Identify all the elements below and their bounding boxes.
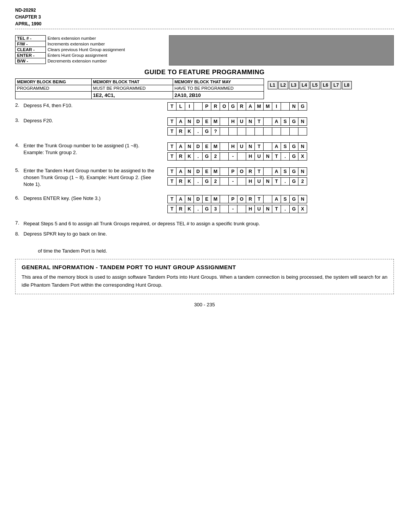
dc-g: G xyxy=(228,102,237,111)
desc-bw: Decrements extension number xyxy=(46,58,163,64)
s3r2-sp7 xyxy=(272,127,281,136)
step-3-row: 3. Depress F20. T A N D E M H U N T A S … xyxy=(15,117,394,136)
s3r1-n2: N xyxy=(298,117,307,126)
step-6-row2: T R K . G 3 - H U N T . G X xyxy=(167,205,394,213)
dc-sp2 xyxy=(281,102,290,111)
dc-n: N xyxy=(289,102,298,111)
s3r2-sp5 xyxy=(254,127,264,136)
step-5-row2: T R K . G 2 - H U N T . G 2 xyxy=(167,177,394,186)
step-5-num: 5. xyxy=(15,167,23,173)
s3r2-sp8 xyxy=(281,127,290,136)
key-bw: B/W - xyxy=(16,58,46,64)
step-4-display: T A N D E M H U N T A S G N T R K . G 2 … xyxy=(167,142,394,161)
s3r2-sp1 xyxy=(220,127,229,136)
s3r1-d: D xyxy=(194,117,203,126)
dc-i: I xyxy=(185,102,194,111)
step-2-num: 2. xyxy=(15,102,23,108)
s3r1-a2: A xyxy=(272,117,281,126)
step-6-num: 6. xyxy=(15,195,23,201)
s3r2-sp10 xyxy=(298,127,307,136)
step-3-row2: T R K . G ? xyxy=(167,127,394,136)
key-clear: CLEAR - xyxy=(16,47,46,53)
header-line1: ND-20292 xyxy=(15,7,394,14)
step-5-display: T A N D E M P O R T A S G N T R K . G 2 … xyxy=(167,167,394,186)
step-6-display: T A N D E M P O R T A S G N T R K . G 3 … xyxy=(167,195,394,213)
key-enter: ENTER - xyxy=(16,53,46,58)
s3r1-m: M xyxy=(211,117,220,126)
key-row-fw: F/W - Increments extension number xyxy=(16,41,163,47)
mem-col3-header: MEMORY BLOCK THAT MAY xyxy=(173,79,264,85)
general-info-text: This area of the memory block is used to… xyxy=(22,273,387,289)
s3r2-sp2 xyxy=(228,127,237,136)
mem-col2-r2: MUST BE PROGRAMMED xyxy=(91,85,173,92)
s3r1-s: S xyxy=(281,117,290,126)
step-5-row1: T A N D E M P O R T A S G N xyxy=(167,167,394,176)
s3r1-sp2 xyxy=(263,117,272,126)
step-4-text: Enter the Trunk Group number to be assig… xyxy=(23,142,160,156)
step-2-text: Depress F4, then F10. xyxy=(23,102,160,109)
step-3-display: T A N D E M H U N T A S G N T R K . G ? xyxy=(167,117,394,136)
s3r1-n: N xyxy=(246,117,255,126)
s3r2-r: R xyxy=(176,127,185,136)
mem-col2-r3: 1E2, 4C1, xyxy=(91,92,173,99)
dc-a: A xyxy=(246,102,255,111)
dc-m1: M xyxy=(254,102,264,111)
top-divider xyxy=(15,29,394,29)
bottom-note: of time the Tandem Port is held. xyxy=(15,248,394,254)
mem-col1-r3 xyxy=(16,92,92,99)
page-number: 300 - 235 xyxy=(15,302,394,307)
step-3-text: Depress F20. xyxy=(23,117,160,124)
s3r1-t: T xyxy=(167,117,176,126)
step-3-num: 3. xyxy=(15,117,23,123)
dc-p: P xyxy=(202,102,211,111)
desc-enter: Enters Hunt Group assignment xyxy=(46,53,163,58)
guide-title: GUIDE TO FEATURE PROGRAMMING xyxy=(15,69,394,76)
step-5-text: Enter the Tandem Hunt Group number to be… xyxy=(23,167,160,188)
top-section: TEL # - Enters extension number F/W - In… xyxy=(15,35,394,66)
mem-col1-header: MEMORY BLOCK BEING xyxy=(16,79,92,85)
dc-r2: R xyxy=(237,102,246,111)
dc-l: L xyxy=(176,102,185,111)
dc-sp1 xyxy=(194,102,203,111)
s3r1-u: U xyxy=(237,117,246,126)
key-fw: F/W - xyxy=(16,41,46,47)
gray-display-box xyxy=(169,35,394,66)
step-7-row: 7. Repeat Steps 5 and 6 to assign all Tr… xyxy=(15,220,394,228)
dc-r: R xyxy=(211,102,220,111)
step-4-num: 4. xyxy=(15,142,23,148)
step-4-row: 4. Enter the Trunk Group number to be as… xyxy=(15,142,394,161)
step-5-row: 5. Enter the Tandem Hunt Group number to… xyxy=(15,167,394,188)
l6-header: L6 xyxy=(321,81,331,89)
general-info-title: GENERAL INFORMATION - TANDEM PORT TO HUN… xyxy=(22,264,387,270)
step-6-row1: T A N D E M P O R T A S G N xyxy=(167,195,394,203)
dc-t: T xyxy=(167,102,176,111)
dc-i2: I xyxy=(272,102,281,111)
l-headers-cell: L1 L2 L3 L4 L5 L6 L7 L8 xyxy=(264,79,394,99)
l4-header: L4 xyxy=(300,81,309,89)
s3r1-t: T xyxy=(254,117,264,126)
s3r1-h: H xyxy=(228,117,237,126)
l8-header: L8 xyxy=(342,81,352,89)
s3r2-dot: . xyxy=(194,127,203,136)
key-row-tel: TEL # - Enters extension number xyxy=(16,36,163,41)
header-line3: APRIL, 1990 xyxy=(15,20,394,27)
s3r1-n: N xyxy=(185,117,194,126)
step-4-row1: T A N D E M H U N T A S G N xyxy=(167,142,394,151)
mem-col3-r2: HAVE TO BE PROGRAMMED xyxy=(173,85,264,92)
s3r2-sp6 xyxy=(263,127,272,136)
l5-header: L5 xyxy=(310,81,320,89)
step-4-row2: T R K . G 2 - H U N T . G X xyxy=(167,152,394,161)
step-8-text: Depress SPKR key to go back on line. xyxy=(23,231,107,237)
s3r1-g: G xyxy=(289,117,298,126)
l3-header: L3 xyxy=(289,81,299,89)
step-8-row: 8. Depress SPKR key to go back on line. xyxy=(15,231,394,237)
key-tel: TEL # - xyxy=(16,36,46,41)
dc-m2: M xyxy=(263,102,272,111)
s3r2-q: ? xyxy=(211,127,220,136)
step-6-row: 6. Depress ENTER key. (See Note 3.) T A … xyxy=(15,195,394,213)
step-7-num: 7. xyxy=(15,220,23,228)
dc-o: O xyxy=(220,102,229,111)
step-7-text: Repeat Steps 5 and 6 to assign all Trunk… xyxy=(23,220,260,228)
s3r2-g: G xyxy=(202,127,211,136)
key-instructions-panel: TEL # - Enters extension number F/W - In… xyxy=(15,35,163,66)
